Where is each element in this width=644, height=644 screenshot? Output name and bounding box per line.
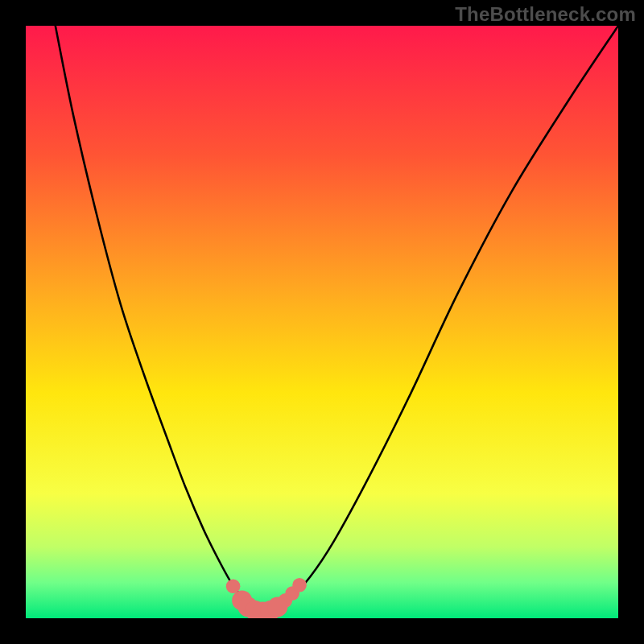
- chart-container: TheBottleneck.com: [0, 0, 644, 644]
- bottleneck-chart: [26, 26, 618, 618]
- gradient-background: [26, 26, 618, 618]
- watermark-label: TheBottleneck.com: [455, 3, 636, 26]
- data-marker: [267, 597, 287, 617]
- data-marker: [292, 578, 307, 592]
